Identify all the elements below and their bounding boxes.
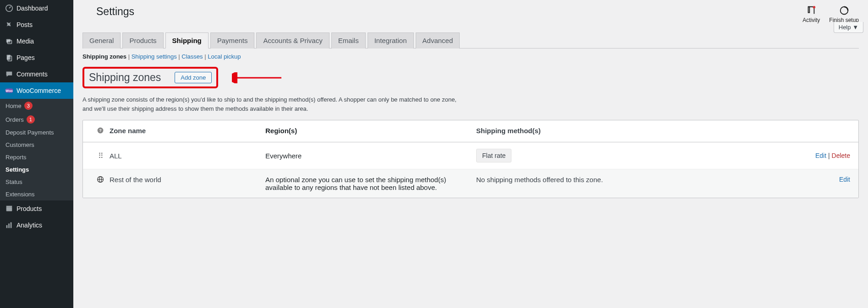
tab-general[interactable]: General: [82, 32, 121, 49]
main-content: Settings Activity Finish setup Help ▼: [73, 0, 868, 308]
tab-products[interactable]: Products: [122, 32, 163, 49]
comment-icon: [5, 70, 14, 79]
sidebar-sub-label: Orders: [5, 116, 24, 123]
sublink-zones[interactable]: Shipping zones: [82, 53, 126, 60]
sidebar-item-analytics[interactable]: Analytics: [0, 217, 73, 233]
col-header-methods: Shipping method(s): [476, 127, 795, 135]
shipping-sublinks: Shipping zones | Shipping settings | Cla…: [82, 53, 859, 60]
products-icon: [5, 204, 14, 213]
woo-icon: Woo: [5, 86, 14, 95]
sidebar-sub-orders[interactable]: Orders 1: [0, 113, 73, 126]
sidebar-sub-label: Customers: [5, 141, 34, 148]
globe-icon: [97, 176, 104, 184]
sidebar-item-woocommerce[interactable]: Woo WooCommerce: [0, 82, 73, 99]
sidebar-sub-settings[interactable]: Settings: [0, 163, 73, 176]
sidebar-sub-reports[interactable]: Reports: [0, 151, 73, 163]
sidebar-sub-label: Home: [5, 103, 22, 109]
annotation-arrow: [232, 72, 282, 83]
sidebar-sub-label: Status: [5, 178, 22, 185]
annotation-highlight: Shipping zones Add zone: [82, 67, 218, 88]
sidebar-sub-label: Settings: [5, 166, 29, 173]
col-header-name: Zone name: [110, 127, 265, 135]
sidebar-label: Analytics: [16, 222, 42, 229]
sidebar-sub-extensions[interactable]: Extensions: [0, 188, 73, 200]
tab-advanced[interactable]: Advanced: [416, 32, 460, 49]
dashboard-icon: [5, 4, 14, 13]
pages-icon: [5, 53, 14, 62]
settings-tabs: General Products Shipping Payments Accou…: [82, 32, 859, 49]
sidebar-item-products[interactable]: Products: [0, 200, 73, 217]
chevron-down-icon: ▼: [852, 24, 858, 31]
sidebar-item-media[interactable]: Media: [0, 33, 73, 49]
help-tab[interactable]: Help ▼: [834, 22, 863, 33]
svg-rect-7: [6, 207, 12, 211]
zone-methods-text: No shipping methods offered to this zone…: [476, 176, 795, 184]
section-description: A shipping zone consists of the region(s…: [82, 95, 458, 113]
sidebar-sub-label: Reports: [5, 154, 27, 161]
add-zone-button[interactable]: Add zone: [175, 72, 212, 83]
analytics-icon: [5, 221, 14, 230]
sidebar-sub-status[interactable]: Status: [0, 176, 73, 188]
sidebar-label: Products: [16, 205, 42, 212]
svg-text:?: ?: [99, 128, 101, 133]
sidebar-sub-label: Extensions: [5, 191, 35, 198]
pin-icon: [5, 20, 14, 29]
tab-payments[interactable]: Payments: [210, 32, 255, 49]
top-action-label: Activity: [802, 17, 820, 23]
sidebar-sub-home[interactable]: Home 3: [0, 99, 73, 113]
sidebar-label: Posts: [16, 21, 33, 28]
finish-setup-button[interactable]: Finish setup: [829, 5, 859, 23]
tab-accounts-privacy[interactable]: Accounts & Privacy: [256, 32, 329, 49]
table-row: ⠿ ALL Everywhere Flat rate Edit | Delete: [83, 142, 858, 169]
tab-shipping[interactable]: Shipping: [165, 32, 209, 49]
zone-region: An optional zone you can use to set the …: [265, 176, 476, 191]
tab-emails[interactable]: Emails: [331, 32, 366, 49]
svg-rect-11: [11, 222, 12, 228]
badge: 3: [24, 102, 33, 110]
svg-rect-12: [808, 7, 810, 13]
admin-sidebar: Dashboard Posts Media Pages Comments Woo…: [0, 0, 73, 308]
zone-name[interactable]: Rest of the world: [110, 176, 265, 184]
sidebar-item-pages[interactable]: Pages: [0, 49, 73, 66]
sidebar-label: WooCommerce: [16, 87, 61, 94]
svg-point-13: [813, 6, 816, 8]
section-title: Shipping zones: [89, 71, 161, 84]
sidebar-label: Dashboard: [16, 5, 48, 12]
shipping-zones-table: ? Zone name Region(s) Shipping method(s)…: [82, 120, 859, 198]
drag-handle-icon[interactable]: ⠿: [98, 151, 103, 160]
col-header-region: Region(s): [265, 127, 476, 135]
sidebar-submenu: Home 3 Orders 1 Deposit Payments Custome…: [0, 99, 73, 200]
sidebar-sub-customers[interactable]: Customers: [0, 139, 73, 151]
svg-text:Woo: Woo: [5, 89, 13, 93]
delete-link[interactable]: Delete: [832, 152, 850, 159]
shipping-method-chip[interactable]: Flat rate: [476, 149, 511, 162]
edit-link[interactable]: Edit: [815, 152, 826, 159]
sublink-local-pickup[interactable]: Local pickup: [208, 53, 241, 60]
svg-rect-9: [6, 225, 8, 228]
tab-integration[interactable]: Integration: [368, 32, 414, 49]
sidebar-label: Media: [16, 38, 34, 45]
media-icon: [5, 37, 14, 46]
help-label: Help: [839, 24, 851, 31]
table-row: Rest of the world An optional zone you c…: [83, 169, 858, 198]
sidebar-sub-label: Deposit Payments: [5, 129, 54, 136]
sidebar-item-dashboard[interactable]: Dashboard: [0, 0, 73, 16]
activity-button[interactable]: Activity: [802, 5, 820, 23]
sidebar-item-comments[interactable]: Comments: [0, 66, 73, 82]
svg-rect-8: [6, 206, 12, 207]
sidebar-label: Pages: [16, 54, 35, 61]
zone-region: Everywhere: [265, 152, 476, 160]
edit-link[interactable]: Edit: [839, 176, 850, 183]
badge: 1: [27, 115, 35, 124]
svg-rect-3: [7, 55, 11, 60]
sublink-classes[interactable]: Classes: [181, 53, 203, 60]
help-icon[interactable]: ?: [97, 127, 104, 135]
sidebar-sub-deposit[interactable]: Deposit Payments: [0, 126, 73, 139]
zone-name[interactable]: ALL: [110, 152, 265, 160]
sublink-shipping-settings[interactable]: Shipping settings: [132, 53, 177, 60]
sidebar-item-posts[interactable]: Posts: [0, 16, 73, 33]
svg-rect-10: [8, 223, 10, 228]
page-title: Settings: [96, 5, 134, 18]
sidebar-label: Comments: [16, 70, 48, 78]
